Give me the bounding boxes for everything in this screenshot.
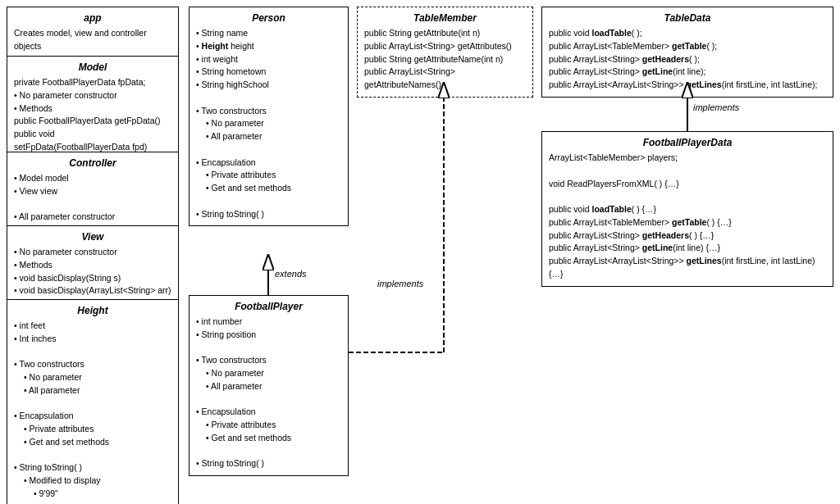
app-title: app [14,12,171,24]
view-line-3: • void basicDisplay(ArrayList<String> ar… [14,284,171,297]
tm-2: public String getAttributeName(int n) [364,53,526,66]
ht-1: • Int inches [14,333,171,346]
tabledata-box: TableData public void loadTable( ); publ… [541,7,833,98]
td-4: public ArrayList<ArrayList<String>> getL… [549,79,826,92]
controller-box: Controller • Model model • View view • A… [7,152,179,229]
ht-10: • 9'99" [14,488,171,501]
fpd-sp1 [549,165,826,178]
per-10: • Get and set methods [196,182,341,195]
tm-0: public String getAttribute(int n) [364,27,526,40]
ctrl-spacer [14,198,171,211]
height-content: • int feet • Int inches • Two constructo… [14,320,171,501]
fpd-4: public ArrayList<String> getHeaders( ) {… [549,229,826,243]
ht-8: • String toString( ) [14,461,171,474]
view-content: • No parameter constructor • Methods • v… [14,246,171,297]
per-5: • Two constructors [196,105,341,118]
app-line-1: Creates model, view and controller objec… [14,28,147,51]
model-line-3: public FootballPlayerData getFpData() [14,115,171,128]
controller-content: • Model model • View view • All paramete… [14,172,171,224]
per-9: • Private attributes [196,169,341,182]
implements-label: implements [377,279,424,288]
ht-sp2 [14,397,171,411]
height-box: Height • int feet • Int inches • Two con… [7,299,179,504]
person-box: Person • String name • Height height • i… [189,7,349,226]
tabledata-title: TableData [549,12,826,24]
ht-3: • No parameter [14,371,171,384]
fp-5: • Encapsulation [196,406,341,419]
model-title: Model [14,61,171,73]
height-title: Height [14,305,171,316]
per-4: • String highSchool [196,79,341,92]
fpd-5: public ArrayList<String> getLine(int lin… [549,242,826,255]
tabledata-content: public void loadTable( ); public ArrayLi… [549,27,826,92]
view-line-1: • Methods [14,259,171,272]
diagram: app Creates model, view and controller o… [0,0,840,504]
view-line-0: • No parameter constructor [14,246,171,259]
per-2: • int weight [196,53,341,66]
fp-4: • All parameter [196,380,341,393]
fp-3: • No parameter [196,367,341,380]
fpd-0: ArrayList<TableMember> players; [549,152,826,165]
fpd-1: void ReadPlayersFromXML( ) {…} [549,178,826,191]
tablemember-title: TableMember [364,12,526,24]
extends-label: extends [275,269,307,279]
model-line-1: • No parameter constructor [14,89,171,102]
fp-2: • Two constructors [196,354,341,367]
view-box: View • No parameter constructor • Method… [7,225,179,303]
ht-sp1 [14,346,171,359]
fp-8: • String toString( ) [196,457,341,470]
app-content: Creates model, view and controller objec… [14,27,171,53]
per-1: • Height height [196,40,341,53]
tm-3: public ArrayList<String> getAttributeNam… [364,66,526,92]
ht-0: • int feet [14,320,171,333]
td-2: public ArrayList<String> getHeaders( ); [549,53,826,66]
ht-7: • Get and set methods [14,436,171,449]
per-7: • All parameter [196,130,341,143]
footballplayer-box: FootballPlayer • int number • String pos… [189,295,349,476]
controller-title: Controller [14,157,171,169]
tm-1: public ArrayList<String> getAttributes() [364,40,526,53]
ht-6: • Private attributes [14,423,171,436]
fpd-2: public void loadTable( ) {…} [549,203,826,216]
ctrl-line-0: • Model model [14,172,171,185]
fp-title: FootballPlayer [196,301,341,312]
footballplayerdata-box: FootballPlayerData ArrayList<TableMember… [541,131,833,287]
model-line-4: public void setFpData(FootballPlayerData… [14,128,171,154]
ht-4: • All parameter [14,384,171,397]
fp-sp3 [196,445,341,458]
per-6: • No parameter [196,117,341,130]
per-11: • String toString( ) [196,208,341,221]
ht-sp3 [14,449,171,462]
fp-6: • Private attributes [196,419,341,432]
per-3: • String hometown [196,66,341,79]
view-line-2: • void basicDisplay(String s) [14,272,171,285]
per-sp1 [196,92,341,105]
fp-content: • int number • String position • Two con… [196,316,341,470]
implements-label2: implements [693,102,740,112]
fp-1: • String position [196,329,341,342]
fp-0: • int number [196,316,341,329]
view-title: View [14,231,171,243]
app-box: app Creates model, view and controller o… [7,7,179,59]
ht-2: • Two constructors [14,358,171,371]
ctrl-line-1: • View view [14,185,171,198]
model-line-0: private FootballPlayerData fpData; [14,76,171,89]
model-content: private FootballPlayerData fpData; • No … [14,76,171,154]
fp-7: • Get and set methods [196,432,341,445]
model-box: Model private FootballPlayerData fpData;… [7,56,179,160]
ht-5: • Encapsulation [14,410,171,423]
fpd-title: FootballPlayerData [549,137,826,148]
tablemember-box: TableMember public String getAttribute(i… [357,7,533,98]
person-content: • String name • Height height • int weig… [196,27,341,220]
td-0: public void loadTable( ); [549,27,826,40]
fpd-content: ArrayList<TableMember> players; void Rea… [549,152,826,281]
per-sp3 [196,195,341,208]
ht-9: • Modified to display [14,474,171,488]
fpd-sp2 [549,190,826,203]
model-line-2: • Methods [14,102,171,116]
per-0: • String name [196,27,341,40]
tablemember-content: public String getAttribute(int n) public… [364,27,526,92]
td-3: public ArrayList<String> getLine(int lin… [549,66,826,79]
fp-sp2 [196,393,341,406]
fpd-6: public ArrayList<ArrayList<String>> getL… [549,255,826,281]
